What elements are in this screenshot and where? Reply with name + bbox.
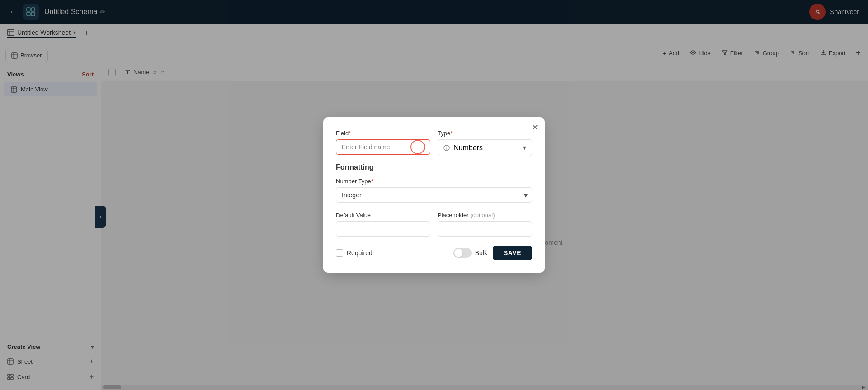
- required-checkbox[interactable]: [336, 249, 343, 257]
- modal-close-button[interactable]: ✕: [532, 124, 538, 132]
- modal-footer: Required Bulk SAVE: [336, 246, 532, 260]
- modal-overlay[interactable]: ✕ Field* Type*: [0, 0, 868, 390]
- toggle-knob: [454, 249, 462, 257]
- required-checkbox-wrap[interactable]: Required: [336, 249, 373, 257]
- bulk-toggle-wrap[interactable]: Bulk: [453, 248, 487, 258]
- formatting-section-title: Formatting: [336, 163, 532, 171]
- type-dropdown-chevron: ▾: [523, 143, 526, 152]
- default-placeholder-row: Default Value Placeholder (optional): [336, 212, 532, 237]
- type-select-display[interactable]: i Numbers ▾: [438, 139, 532, 156]
- number-type-select-wrap: Integer ▾: [336, 187, 532, 203]
- type-label: Type*: [438, 130, 532, 137]
- field-name-input[interactable]: [336, 139, 430, 155]
- info-icon: i: [443, 145, 450, 151]
- number-type-select[interactable]: Integer: [336, 187, 532, 203]
- modal-footer-right: Bulk SAVE: [453, 246, 532, 260]
- default-value-label: Default Value: [336, 212, 430, 219]
- type-field: Type* i Numbers ▾: [438, 130, 532, 156]
- placeholder-input[interactable]: [438, 221, 532, 237]
- field-name-field: Field*: [336, 130, 430, 156]
- field-label: Field*: [336, 130, 430, 137]
- save-button[interactable]: SAVE: [493, 246, 532, 260]
- placeholder-label: Placeholder (optional): [438, 212, 532, 219]
- default-value-field: Default Value: [336, 212, 430, 237]
- number-type-label: Number Type*: [336, 178, 532, 185]
- type-value-label: Numbers: [453, 144, 483, 152]
- number-type-field: Number Type* Integer ▾: [336, 178, 532, 203]
- type-select-wrap: i Numbers ▾: [438, 139, 532, 156]
- bulk-label: Bulk: [475, 249, 487, 257]
- placeholder-field: Placeholder (optional): [438, 212, 532, 237]
- required-label: Required: [347, 249, 373, 257]
- bulk-toggle[interactable]: [453, 248, 472, 258]
- add-field-modal: ✕ Field* Type*: [323, 117, 545, 273]
- default-value-input[interactable]: [336, 221, 430, 237]
- field-type-row: Field* Type* i Numbers: [336, 130, 532, 156]
- svg-text:i: i: [446, 147, 447, 151]
